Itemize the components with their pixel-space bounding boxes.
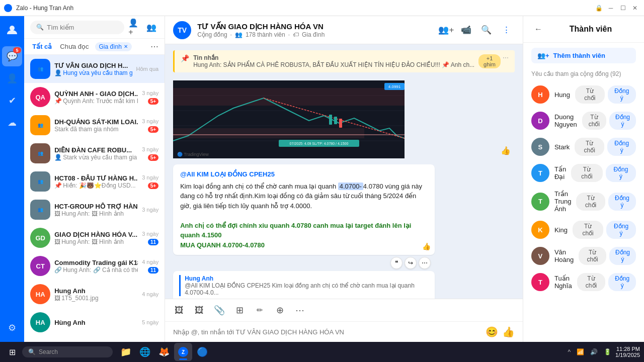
more-btn[interactable]: ⋯ <box>419 257 431 269</box>
reject-btn[interactable]: Từ chối <box>575 138 604 156</box>
window-close-btn[interactable]: ✕ <box>630 3 640 13</box>
add-member-btn[interactable]: 👥+ Thêm thành viên <box>531 48 636 63</box>
forward-btn[interactable]: ↪ <box>405 257 417 269</box>
search-input[interactable] <box>47 24 118 31</box>
accept-btn[interactable]: Đồng ý <box>608 193 636 211</box>
video-call-icon[interactable]: 📹 <box>458 22 474 38</box>
group-separator: · <box>230 31 232 38</box>
chat-name: DIỄN ĐÀN CAFE ROBU... <box>54 146 138 154</box>
my-avatar[interactable] <box>2 20 22 40</box>
add-contact-icon[interactable]: 👤+ <box>128 20 142 34</box>
chat-item[interactable]: QA QUỲNH ANH - GIAO DỊCH... 📌 Quỳnh Anh:… <box>24 83 165 111</box>
quote-btn[interactable]: ❝ <box>390 257 403 269</box>
tray-network[interactable]: 📶 <box>575 347 586 356</box>
pinned-more-icon[interactable]: ⋯ <box>503 54 509 68</box>
accept-btn[interactable]: Đồng ý <box>609 112 636 130</box>
sticker-btn[interactable]: ⊞ <box>231 302 248 318</box>
nav-tasks-icon[interactable]: ✔ <box>2 90 22 111</box>
text-message: @All KIM LOẠI ĐỒNG CPEH25 Kim loại đồng … <box>173 164 435 255</box>
tray-sound[interactable]: 🔊 <box>588 347 600 356</box>
chat-name: DH-QUẢNG SÁT-KIM LOAI... <box>54 118 138 126</box>
taskbar-app-firefox[interactable]: 🦊 <box>155 343 173 361</box>
chat-meta: 3 ngày 5+ <box>142 90 158 105</box>
reject-btn[interactable]: Từ chối <box>576 193 605 211</box>
chat-item[interactable]: 👥 HCT08 - ĐẦU TƯ HÀNG H... 📌 Hiền: 🎉🐻⭐Đồ… <box>24 167 165 196</box>
accept-btn[interactable]: Đồng ý <box>606 221 636 239</box>
chat-preview: 📌 Hiền: 🎉🐻⭐Đồng USD... <box>54 182 138 189</box>
taskbar-clock[interactable]: 11:28 PM 1/19/2025 <box>615 346 640 358</box>
msg-like-btn[interactable]: 👍 <box>422 241 431 252</box>
reject-btn[interactable]: Từ chối <box>577 273 606 291</box>
search-chat-icon[interactable]: 🔍 <box>478 22 495 38</box>
chat-item[interactable]: HA Hung Anh 🖼 1T5_5001.jpg 4 ngày <box>24 280 165 308</box>
search-icon: 🔍 <box>36 24 44 31</box>
window-minimize-btn[interactable]: ─ <box>606 3 616 13</box>
nav-contacts-icon[interactable]: 👤 <box>2 68 22 88</box>
msg-mention: @All KIM LOẠI ĐỒNG CPEH25 <box>180 169 428 179</box>
taskbar-app-edge[interactable]: 🌐 <box>136 343 154 361</box>
thumbs-up-icon[interactable]: 👍 <box>502 326 515 338</box>
emoji-btn[interactable]: 🖼 <box>171 302 187 318</box>
group-add-icon[interactable]: 👥+ <box>438 22 454 38</box>
member-actions: Từ chối Đồng ý <box>579 247 636 265</box>
reject-btn[interactable]: Từ chối <box>582 112 606 130</box>
tray-arrow[interactable]: ^ <box>566 347 573 356</box>
nav-settings-icon[interactable]: ⚙ <box>2 318 22 338</box>
filter-chip-close[interactable]: ✕ <box>124 44 128 49</box>
filter-all[interactable]: Tất cả <box>30 42 54 51</box>
accept-btn[interactable]: Đồng ý <box>609 247 636 265</box>
accept-btn[interactable]: Đồng ý <box>608 85 636 104</box>
msg-body: Kim loại đồng anh chị có thể chờ canh mu… <box>180 182 428 211</box>
chart-like-btn[interactable]: 👍 <box>501 146 511 155</box>
taskbar-app-explorer[interactable]: 📁 <box>117 343 135 361</box>
chat-item[interactable]: 👥 DIỄN ĐÀN CAFE ROBU... 👤 Stark vừa yêu … <box>24 139 165 167</box>
pinned-show-btn[interactable]: +1 ghim <box>478 54 501 68</box>
filter-chip-family[interactable]: Gia đình ✕ <box>95 42 132 51</box>
avatar: 👥 <box>30 143 50 163</box>
image-btn[interactable]: 🖼 <box>191 302 207 318</box>
panel-title: Thành viên <box>570 25 612 34</box>
group-name: TƯ VẤN GIAO DỊCH HÀNG HÓA VN <box>197 22 432 31</box>
taskbar-app-chrome[interactable]: 🔵 <box>193 343 211 361</box>
accept-btn[interactable]: Đồng ý <box>607 138 636 156</box>
tray-battery[interactable]: 🔋 <box>602 347 613 356</box>
taskbar-app-zalo[interactable]: Z <box>174 343 192 361</box>
filter-unread[interactable]: Chưa đọc <box>58 42 91 51</box>
app-title: Zalo - Hung Tran Anh <box>16 5 594 12</box>
add-member-label: Thêm thành viên <box>553 52 605 59</box>
taskbar-search-input[interactable] <box>39 348 107 355</box>
filter-more-icon[interactable]: ⋯ <box>150 42 158 51</box>
more-options-btn[interactable]: ⋯ <box>292 302 308 318</box>
start-button[interactable]: ⊞ <box>4 344 20 360</box>
chat-item[interactable]: GD GIAO DỊCH HÀNG HÓA V... 🖼 Hung Anh: 🖼… <box>24 224 165 252</box>
file-btn[interactable]: 📎 <box>211 302 227 318</box>
send-icons: 😊 👍 <box>486 326 515 338</box>
chat-item[interactable]: 👥 TƯ VẤN GIAO DỊCH H... 👤 Hung vừa yêu c… <box>24 55 165 83</box>
taskbar-search-box[interactable]: 🔍 <box>22 346 113 357</box>
window-maximize-btn[interactable]: ☐ <box>618 3 628 13</box>
chat-item[interactable]: 👥 DH-QUẢNG SÁT-KIM LOAI... Stark đã tham… <box>24 111 165 139</box>
emoji-send-icon[interactable]: 😊 <box>486 326 498 338</box>
back-icon[interactable]: ← <box>531 22 545 36</box>
avatar: HA <box>30 312 50 332</box>
reject-btn[interactable]: Từ chối <box>575 85 605 104</box>
accept-btn[interactable]: Đồng ý <box>608 273 636 291</box>
accept-btn[interactable]: Đồng ý <box>606 164 636 182</box>
clock-date: 1/19/2025 <box>615 352 640 358</box>
reject-btn[interactable]: Từ chối <box>573 221 603 239</box>
group-icon[interactable]: 👥 <box>144 20 158 34</box>
search-box[interactable]: 🔍 <box>30 21 124 34</box>
chat-item[interactable]: 👥 HCT-GROUP HỖ TRỢ HÀN... 🖼 Hung Anh: 🖼 … <box>24 196 165 224</box>
draw-btn[interactable]: ✏ <box>252 302 268 318</box>
chat-item[interactable]: HA Hùng Anh 5 ngày <box>24 308 165 336</box>
group-info: TƯ VẤN GIAO DỊCH HÀNG HÓA VN Cộng đồng ·… <box>197 22 432 38</box>
message-input[interactable] <box>173 328 481 336</box>
nav-chat-icon[interactable]: 💬 5 <box>2 46 22 66</box>
reject-btn[interactable]: Từ chối <box>571 164 603 182</box>
panel-toggle-icon[interactable]: ⋮ <box>499 22 515 38</box>
window-lock-icon[interactable]: 🔒 <box>594 3 604 13</box>
nav-cloud-icon[interactable]: ☁ <box>2 113 22 133</box>
reject-btn[interactable]: Từ chối <box>579 247 606 265</box>
more-toolbar-btn[interactable]: ⊕ <box>272 302 288 318</box>
chat-item[interactable]: CT Commodity Trading gái K18 🔗 Hung Anh:… <box>24 252 165 280</box>
